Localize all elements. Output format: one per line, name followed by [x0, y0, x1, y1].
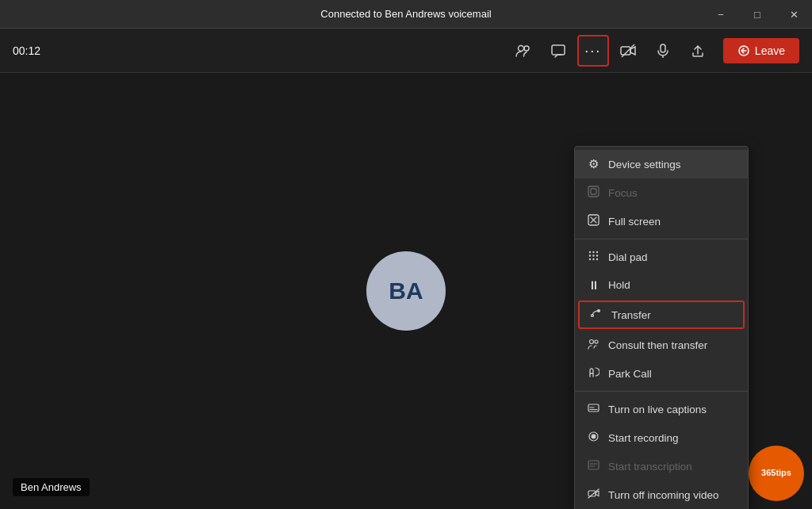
menu-item-live-captions[interactable]: Turn on live captions	[575, 395, 748, 423]
leave-label: Leave	[755, 44, 785, 57]
menu-label-consult-transfer: Consult then transfer	[608, 339, 707, 351]
name-badge: Ben Andrews	[13, 478, 90, 496]
window-title: Connected to Ben Andrews voicemail	[320, 8, 491, 20]
avatar: BA	[366, 251, 446, 331]
window-controls: − □ ✕	[703, 0, 812, 29]
logo-badge: 365tips	[749, 446, 804, 501]
video-icon	[620, 43, 636, 59]
main-content: BA Ben Andrews ⚙ Device settings Focus F…	[0, 73, 812, 509]
chat-icon	[550, 43, 566, 59]
close-button[interactable]: ✕	[776, 0, 812, 29]
menu-label-live-captions: Turn on live captions	[608, 404, 707, 415]
dialpad-icon	[586, 250, 600, 264]
svg-point-1	[524, 46, 529, 51]
dropdown-menu: ⚙ Device settings Focus Full screen Dial…	[574, 146, 749, 509]
svg-rect-2	[552, 45, 565, 55]
share-icon	[690, 43, 706, 59]
menu-label-start-transcription: Start transcription	[608, 461, 692, 473]
logo-text: 365tips	[761, 468, 791, 478]
menu-item-park-call[interactable]: Park Call	[575, 359, 748, 388]
svg-rect-28	[588, 461, 599, 469]
svg-point-0	[518, 45, 523, 51]
svg-point-22	[595, 340, 598, 343]
consult-transfer-icon	[586, 338, 600, 352]
svg-point-14	[592, 254, 594, 256]
transcription-icon	[586, 459, 600, 473]
menu-label-park-call: Park Call	[608, 368, 652, 380]
toolbar-actions: ···	[508, 35, 799, 67]
menu-item-start-recording[interactable]: Start recording	[575, 423, 748, 452]
menu-item-full-screen[interactable]: Full screen	[575, 207, 748, 235]
menu-item-hold[interactable]: ⏸ Hold	[575, 271, 748, 299]
settings-icon: ⚙	[586, 157, 600, 171]
leave-button[interactable]: Leave	[723, 38, 799, 63]
mic-icon	[655, 43, 671, 59]
menu-label-dial-pad: Dial pad	[608, 251, 648, 263]
svg-point-10	[588, 251, 590, 253]
call-timer: 00:12	[13, 44, 508, 57]
minimize-button[interactable]: −	[703, 0, 739, 29]
svg-rect-5	[661, 44, 665, 52]
menu-label-transfer: Transfer	[611, 309, 651, 321]
svg-point-13	[588, 254, 590, 256]
svg-rect-8	[591, 189, 596, 194]
title-bar: Connected to Ben Andrews voicemail − □ ✕	[0, 0, 812, 29]
svg-point-18	[596, 258, 597, 260]
svg-point-27	[591, 434, 596, 439]
caller-name: Ben Andrews	[21, 481, 82, 493]
menu-label-full-screen: Full screen	[608, 216, 661, 228]
menu-label-hold: Hold	[608, 279, 630, 291]
menu-item-device-settings[interactable]: ⚙ Device settings	[575, 150, 748, 178]
menu-label-start-recording: Start recording	[608, 432, 679, 444]
menu-item-consult-transfer[interactable]: Consult then transfer	[575, 331, 748, 359]
transfer-icon	[589, 308, 603, 322]
menu-item-transfer[interactable]: Transfer	[578, 300, 745, 329]
incoming-video-icon	[586, 488, 600, 502]
captions-icon	[586, 402, 600, 416]
avatar-initials: BA	[389, 277, 423, 304]
mic-button[interactable]	[647, 35, 679, 67]
maximize-button[interactable]: □	[739, 0, 776, 29]
svg-point-20	[597, 310, 599, 312]
video-button[interactable]	[612, 35, 644, 67]
menu-label-incoming-video: Turn off incoming video	[608, 489, 719, 501]
participants-icon	[515, 43, 531, 59]
park-call-icon	[586, 366, 600, 381]
menu-label-focus: Focus	[608, 187, 638, 199]
fullscreen-icon	[586, 214, 600, 228]
menu-item-dial-pad[interactable]: Dial pad	[575, 243, 748, 271]
svg-point-16	[588, 258, 590, 260]
menu-item-focus: Focus	[575, 178, 748, 207]
more-button[interactable]: ···	[577, 35, 609, 67]
menu-item-start-transcription: Start transcription	[575, 452, 748, 480]
menu-item-incoming-video[interactable]: Turn off incoming video	[575, 480, 748, 509]
share-button[interactable]	[682, 35, 714, 67]
svg-point-17	[592, 258, 594, 260]
menu-divider-1	[575, 239, 748, 239]
svg-point-12	[596, 251, 597, 253]
chat-button[interactable]	[542, 35, 574, 67]
leave-icon	[737, 44, 750, 57]
svg-rect-9	[588, 215, 599, 225]
menu-divider-2	[575, 391, 748, 392]
participants-button[interactable]	[508, 35, 539, 67]
svg-point-15	[596, 254, 597, 256]
recording-icon	[586, 431, 600, 445]
focus-icon	[586, 186, 600, 200]
svg-point-11	[592, 251, 594, 253]
svg-rect-7	[588, 186, 599, 197]
toolbar: 00:12 ···	[0, 29, 812, 73]
menu-label-device-settings: Device settings	[608, 159, 681, 170]
hold-icon: ⏸	[586, 278, 600, 292]
svg-point-21	[589, 340, 593, 344]
